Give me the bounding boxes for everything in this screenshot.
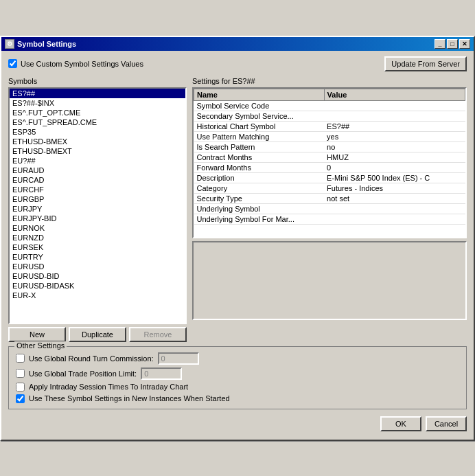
setting-value: Futures - Indices — [324, 183, 465, 193]
setting-value: E-Mini S&P 500 Index (ES) - C — [324, 172, 465, 183]
table-row[interactable]: Historical Chart SymbolES?## — [194, 121, 465, 131]
setting-value: no — [324, 141, 465, 152]
other-setting-checkbox[interactable] — [16, 383, 25, 392]
use-custom-checkbox[interactable] — [8, 59, 17, 68]
duplicate-button[interactable]: Duplicate — [69, 327, 126, 342]
setting-name: Security Type — [194, 193, 325, 203]
other-settings-legend: Other Settings — [14, 341, 67, 350]
other-setting-row: Use Global Round Turn Commission: — [16, 352, 459, 365]
symbol-list-item[interactable]: EURNZD — [10, 233, 185, 242]
symbol-list-item[interactable]: ES^.FUT_SPREAD.CME — [10, 117, 185, 127]
symbol-list-item[interactable]: ES?## — [10, 89, 185, 98]
symbol-list-item[interactable]: EURJPY — [10, 204, 185, 214]
setting-name: Underlying Symbol For Mar... — [194, 214, 325, 224]
setting-name: Category — [194, 183, 325, 193]
setting-value — [324, 111, 465, 121]
table-row[interactable]: Secondary Symbol Service... — [194, 111, 465, 121]
list-buttons: New Duplicate Remove — [8, 327, 187, 342]
symbol-list-item[interactable]: ES^.FUT_OPT.CME — [10, 108, 185, 117]
table-row[interactable]: Underlying Symbol — [194, 203, 465, 214]
setting-name: Symbol Service Code — [194, 100, 325, 111]
other-setting-label: Apply Intraday Session Times To Intraday… — [29, 383, 188, 391]
other-setting-checkbox[interactable] — [16, 394, 25, 403]
table-row[interactable]: Is Search Patternno — [194, 141, 465, 152]
symbol-list-item[interactable]: ETHUSD-BMEXT — [10, 146, 185, 156]
settings-table: Name Value Symbol Service CodeSecondary … — [194, 89, 465, 225]
setting-name: Is Search Pattern — [194, 141, 325, 152]
setting-name: Secondary Symbol Service... — [194, 111, 325, 121]
other-settings-group: Other Settings Use Global Round Turn Com… — [8, 346, 467, 409]
other-setting-label: Use These Symbol Settings in New Instanc… — [29, 394, 230, 403]
settings-label: Settings for ES?## — [192, 77, 467, 85]
settings-panel: Settings for ES?## Name Value Symbol Ser… — [192, 77, 467, 342]
use-custom-label: Use Custom Symbol Settings Values — [21, 60, 143, 68]
setting-value: 0 — [324, 162, 465, 172]
setting-value: HMUZ — [324, 152, 465, 162]
other-setting-row: Use These Symbol Settings in New Instanc… — [16, 394, 459, 403]
symbol-list-item[interactable]: EURNOK — [10, 223, 185, 233]
col-header-name: Name — [194, 89, 325, 100]
setting-name: Underlying Symbol — [194, 203, 325, 214]
cancel-button[interactable]: Cancel — [426, 416, 467, 431]
symbols-panel: Symbols ES?##ES?##-$INXES^.FUT_OPT.CMEES… — [8, 77, 187, 342]
update-from-server-button[interactable]: Update From Server — [384, 56, 467, 71]
symbol-list-item[interactable]: EURSEK — [10, 242, 185, 252]
symbol-list-item[interactable]: EURCHF — [10, 185, 185, 194]
main-panels: Symbols ES?##ES?##-$INXES^.FUT_OPT.CMEES… — [8, 77, 467, 342]
setting-name: Historical Chart Symbol — [194, 121, 325, 131]
symbol-list-item[interactable]: EURJPY-BID — [10, 214, 185, 223]
other-setting-label: Use Global Trade Position Limit: — [29, 370, 137, 378]
col-header-value: Value — [324, 89, 465, 100]
symbol-list-item[interactable]: EURTRY — [10, 252, 185, 262]
other-setting-input[interactable] — [141, 367, 182, 380]
top-bar: Use Custom Symbol Settings Values Update… — [8, 56, 467, 71]
symbol-list-item[interactable]: EURUSD-BID — [10, 271, 185, 281]
symbol-list-item[interactable]: ES?##-$INX — [10, 98, 185, 108]
maximize-button[interactable]: □ — [447, 39, 458, 49]
window-content: Use Custom Symbol Settings Values Update… — [1, 51, 474, 440]
minimize-button[interactable]: _ — [435, 39, 445, 49]
setting-name: Forward Months — [194, 162, 325, 172]
symbol-list-item[interactable]: EURUSD — [10, 262, 185, 271]
symbol-list-item[interactable]: EURAUD — [10, 166, 185, 175]
setting-value — [324, 214, 465, 224]
ok-button[interactable]: OK — [380, 416, 421, 431]
table-row[interactable]: Security Typenot set — [194, 193, 465, 203]
setting-value — [324, 100, 465, 111]
symbol-list-item[interactable]: EUR-X — [10, 291, 185, 300]
settings-table-container[interactable]: Name Value Symbol Service CodeSecondary … — [192, 87, 467, 238]
setting-value: not set — [324, 193, 465, 203]
custom-settings-row: Use Custom Symbol Settings Values — [8, 59, 143, 68]
symbol-list-item[interactable]: ESP35 — [10, 127, 185, 137]
title-bar-left: ⚙ Symbol Settings — [5, 39, 76, 49]
symbol-list-item[interactable]: EU?## — [10, 156, 185, 166]
table-row[interactable]: DescriptionE-Mini S&P 500 Index (ES) - C — [194, 172, 465, 183]
symbol-list-item[interactable]: ETHUSD-BMEX — [10, 137, 185, 146]
remove-button[interactable]: Remove — [129, 327, 187, 342]
other-settings-rows: Use Global Round Turn Commission:Use Glo… — [16, 352, 459, 403]
other-setting-label: Use Global Round Turn Commission: — [29, 354, 154, 363]
new-button[interactable]: New — [8, 327, 66, 342]
symbol-list-item[interactable]: EURCAD — [10, 175, 185, 185]
title-controls: _ □ ✕ — [435, 39, 470, 49]
setting-name: Use Pattern Matching — [194, 131, 325, 141]
other-setting-input[interactable] — [158, 352, 199, 365]
table-row[interactable]: Symbol Service Code — [194, 100, 465, 111]
setting-name: Contract Months — [194, 152, 325, 162]
setting-value: ES?## — [324, 121, 465, 131]
other-setting-checkbox[interactable] — [16, 369, 25, 378]
symbols-list-container[interactable]: ES?##ES?##-$INXES^.FUT_OPT.CMEES^.FUT_SP… — [8, 87, 187, 324]
symbol-list-item[interactable]: EURGBP — [10, 194, 185, 204]
table-row[interactable]: CategoryFutures - Indices — [194, 183, 465, 193]
bottom-buttons: OK Cancel — [8, 413, 467, 434]
table-row[interactable]: Underlying Symbol For Mar... — [194, 214, 465, 224]
table-row[interactable]: Use Pattern Matchingyes — [194, 131, 465, 141]
close-button[interactable]: ✕ — [459, 39, 470, 49]
table-row[interactable]: Contract MonthsHMUZ — [194, 152, 465, 162]
setting-value: yes — [324, 131, 465, 141]
other-setting-checkbox[interactable] — [16, 354, 25, 363]
table-row[interactable]: Forward Months0 — [194, 162, 465, 172]
detail-area — [192, 241, 467, 320]
setting-value — [324, 203, 465, 214]
symbol-list-item[interactable]: EURUSD-BIDASK — [10, 281, 185, 291]
